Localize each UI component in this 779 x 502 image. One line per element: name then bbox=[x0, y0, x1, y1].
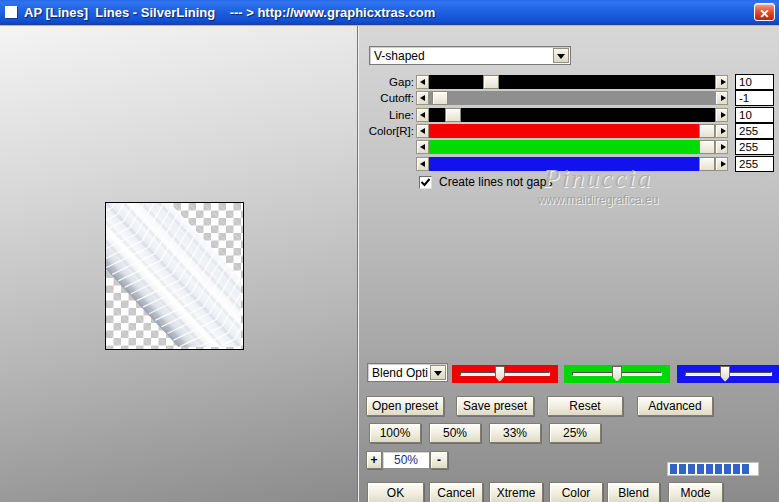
slider-color-r[interactable] bbox=[416, 124, 728, 138]
button-100-[interactable]: 100% bbox=[369, 423, 421, 443]
button-advanced[interactable]: Advanced bbox=[637, 396, 713, 416]
button-mode[interactable]: Mode bbox=[668, 482, 723, 502]
zoom-out-button[interactable]: - bbox=[430, 451, 448, 469]
scroll-left-icon[interactable] bbox=[416, 140, 429, 154]
progress-segment bbox=[742, 464, 749, 474]
blend-options-select[interactable]: Blend Opti bbox=[367, 363, 448, 382]
slider-row-cutoff: Cutoff:-1 bbox=[359, 91, 779, 105]
close-icon: ✕ bbox=[759, 7, 769, 21]
slider-label-cutoff: Cutoff: bbox=[359, 92, 414, 104]
preview-panel bbox=[0, 26, 358, 502]
create-lines-checkbox[interactable]: Create lines not gaps bbox=[419, 175, 552, 189]
button-xtreme[interactable]: Xtreme bbox=[489, 482, 543, 502]
scroll-right-icon[interactable] bbox=[715, 157, 728, 171]
button-save-preset[interactable]: Save preset bbox=[456, 396, 534, 416]
slider-label-line: Line: bbox=[359, 109, 414, 121]
preview-image bbox=[105, 202, 244, 350]
title-bar[interactable]: AP [Lines] Lines - SilverLining --- > ht… bbox=[0, 0, 779, 25]
slider-value-gap[interactable]: 10 bbox=[735, 74, 774, 90]
blue-channel-trackbar[interactable] bbox=[677, 365, 779, 383]
chevron-down-icon[interactable] bbox=[553, 48, 569, 63]
slider-value-cutoff[interactable]: -1 bbox=[735, 90, 774, 106]
progress-segment bbox=[733, 464, 740, 474]
chevron-down-icon[interactable] bbox=[430, 365, 446, 380]
app-icon bbox=[5, 6, 17, 18]
scroll-left-icon[interactable] bbox=[416, 91, 429, 105]
blend-options-value: Blend Opti bbox=[372, 366, 429, 380]
zoom-level-value: 50% bbox=[382, 451, 430, 469]
slider-color-b[interactable] bbox=[416, 157, 728, 171]
progress-bar bbox=[667, 462, 759, 476]
close-button[interactable]: ✕ bbox=[754, 3, 775, 21]
slider-label-gap: Gap: bbox=[359, 76, 414, 88]
client-area: V-shaped Gap:10Cutoff:-1Line:10Color[R]:… bbox=[0, 26, 779, 502]
button-cancel[interactable]: Cancel bbox=[429, 482, 483, 502]
slider-cutoff[interactable] bbox=[416, 91, 728, 105]
slider-row-gap: Gap:10 bbox=[359, 75, 779, 89]
progress-segment bbox=[724, 464, 731, 474]
progress-segment bbox=[688, 464, 695, 474]
button-reset[interactable]: Reset bbox=[547, 396, 623, 416]
slider-row-color-b: 255 bbox=[359, 157, 779, 171]
checkbox-box[interactable] bbox=[419, 176, 432, 189]
slider-gap[interactable] bbox=[416, 75, 728, 89]
slider-line[interactable] bbox=[416, 108, 728, 122]
slider-track-cutoff[interactable] bbox=[429, 91, 715, 105]
button-color[interactable]: Color bbox=[549, 482, 603, 502]
slider-value-line[interactable]: 10 bbox=[735, 107, 774, 123]
button-blend[interactable]: Blend bbox=[607, 482, 660, 502]
trackbar-thumb[interactable] bbox=[495, 366, 505, 382]
slider-thumb-line[interactable] bbox=[445, 108, 461, 122]
slider-value-color-g[interactable]: 255 bbox=[735, 139, 774, 155]
slider-value-color-b[interactable]: 255 bbox=[735, 156, 774, 172]
scroll-left-icon[interactable] bbox=[416, 108, 429, 122]
progress-segment bbox=[706, 464, 713, 474]
progress-segment bbox=[697, 464, 704, 474]
button-ok[interactable]: OK bbox=[367, 482, 424, 502]
trackbar-thumb[interactable] bbox=[720, 366, 730, 382]
scroll-right-icon[interactable] bbox=[715, 124, 728, 138]
slider-value-color-r[interactable]: 255 bbox=[735, 123, 774, 139]
progress-segment bbox=[715, 464, 722, 474]
red-channel-trackbar[interactable] bbox=[452, 365, 558, 383]
slider-track-gap[interactable] bbox=[429, 75, 715, 89]
shape-select[interactable]: V-shaped bbox=[369, 46, 571, 65]
checkbox-label: Create lines not gaps bbox=[439, 175, 552, 189]
minus-icon: - bbox=[437, 453, 441, 467]
scroll-left-icon[interactable] bbox=[416, 75, 429, 89]
slider-row-color-r: Color[R]:255 bbox=[359, 124, 779, 138]
watermark-url: www.maidiregrafica.eu bbox=[498, 193, 698, 207]
slider-thumb-color-b[interactable] bbox=[699, 157, 715, 171]
scroll-right-icon[interactable] bbox=[715, 108, 728, 122]
slider-thumb-color-g[interactable] bbox=[699, 140, 715, 154]
check-icon bbox=[420, 177, 431, 188]
scroll-left-icon[interactable] bbox=[416, 157, 429, 171]
button-25-[interactable]: 25% bbox=[549, 423, 601, 443]
slider-thumb-gap[interactable] bbox=[483, 75, 499, 89]
slider-track-color-r[interactable] bbox=[429, 124, 715, 138]
scroll-left-icon[interactable] bbox=[416, 124, 429, 138]
slider-label-color-r: Color[R]: bbox=[359, 125, 414, 137]
silver-band-pattern bbox=[106, 203, 241, 347]
slider-thumb-cutoff[interactable] bbox=[432, 91, 448, 105]
window-title: AP [Lines] Lines - SilverLining --- > ht… bbox=[24, 5, 435, 20]
button-33-[interactable]: 33% bbox=[489, 423, 541, 443]
slider-track-color-b[interactable] bbox=[429, 157, 715, 171]
plus-icon: + bbox=[370, 453, 377, 467]
trackbar-groove bbox=[460, 372, 550, 376]
zoom-in-button[interactable]: + bbox=[366, 451, 382, 469]
button-open-preset[interactable]: Open preset bbox=[366, 396, 444, 416]
slider-row-line: Line:10 bbox=[359, 108, 779, 122]
scroll-right-icon[interactable] bbox=[715, 75, 728, 89]
trackbar-thumb[interactable] bbox=[612, 366, 622, 382]
scroll-right-icon[interactable] bbox=[715, 91, 728, 105]
green-channel-trackbar[interactable] bbox=[564, 365, 670, 383]
progress-segment bbox=[670, 464, 677, 474]
slider-color-g[interactable] bbox=[416, 140, 728, 154]
button-50-[interactable]: 50% bbox=[429, 423, 481, 443]
slider-track-line[interactable] bbox=[429, 108, 715, 122]
scroll-right-icon[interactable] bbox=[715, 140, 728, 154]
slider-thumb-color-r[interactable] bbox=[699, 124, 715, 138]
slider-track-color-g[interactable] bbox=[429, 140, 715, 154]
progress-segment bbox=[679, 464, 686, 474]
